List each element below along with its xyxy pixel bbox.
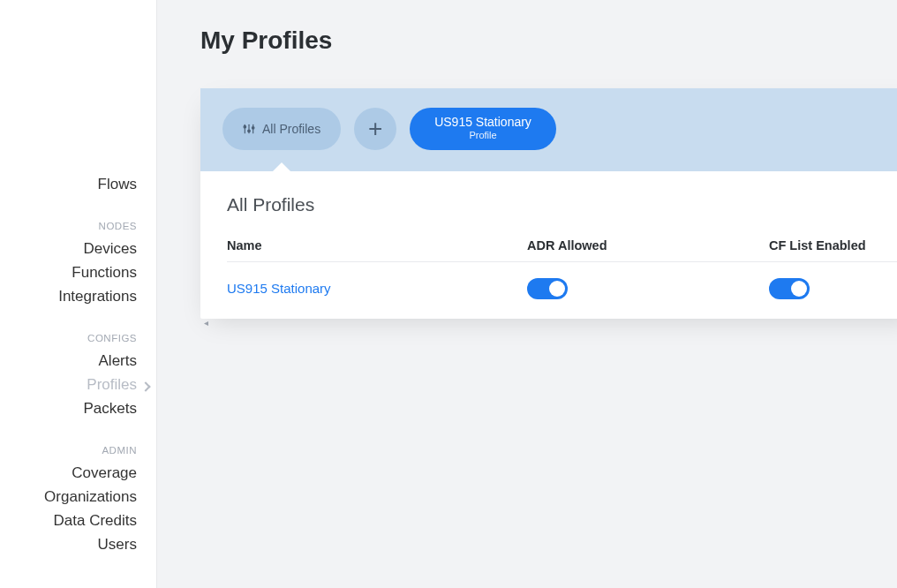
- col-header-name: Name: [227, 238, 527, 253]
- svg-point-3: [244, 125, 246, 128]
- sidebar-heading-nodes: NODES: [0, 221, 156, 237]
- table-row: US915 Stationary: [227, 262, 897, 319]
- toggle-cf[interactable]: [769, 278, 810, 299]
- plus-icon: +: [368, 117, 382, 141]
- sidebar-item-flows[interactable]: Flows: [0, 172, 156, 196]
- sidebar-item-data-credits[interactable]: Data Credits: [0, 509, 156, 532]
- tab-profile-us915[interactable]: US915 Stationary Profile: [410, 108, 556, 150]
- sidebar-item-packets[interactable]: Packets: [0, 396, 156, 420]
- sidebar-item-organizations[interactable]: Organizations: [0, 485, 156, 509]
- page-title: My Profiles: [200, 26, 897, 55]
- col-header-adr: ADR Allowed: [527, 238, 769, 253]
- sidebar-heading-configs: CONFIGS: [0, 333, 156, 349]
- add-profile-button[interactable]: +: [354, 108, 396, 150]
- profiles-card: All Profiles + US915 Stationary Profile …: [200, 88, 897, 319]
- sidebar-group-nodes: NODES Devices Functions Integrations: [0, 221, 156, 308]
- col-header-cf: CF List Enabled: [769, 238, 897, 253]
- sliders-icon: [243, 123, 255, 135]
- toggle-adr[interactable]: [527, 278, 568, 299]
- svg-point-5: [252, 127, 254, 130]
- tab-profile-subtitle: Profile: [469, 130, 496, 141]
- sidebar-item-integrations[interactable]: Integrations: [0, 284, 156, 308]
- tab-profile-title: US915 Stationary: [434, 115, 531, 130]
- sidebar-group-configs: CONFIGS Alerts Profiles Packets: [0, 333, 156, 420]
- tabs-bar: All Profiles + US915 Stationary Profile: [200, 88, 897, 171]
- sidebar-group-top: Flows: [0, 172, 156, 196]
- sidebar-heading-admin: ADMIN: [0, 445, 156, 461]
- sidebar-item-profiles[interactable]: Profiles: [0, 373, 156, 396]
- svg-point-4: [248, 130, 251, 132]
- profiles-table-header: Name ADR Allowed CF List Enabled: [227, 238, 897, 262]
- sidebar-group-admin: ADMIN Coverage Organizations Data Credit…: [0, 445, 156, 556]
- sidebar-item-alerts[interactable]: Alerts: [0, 349, 156, 373]
- tab-all-profiles[interactable]: All Profiles: [222, 108, 341, 150]
- sidebar-item-devices[interactable]: Devices: [0, 237, 156, 260]
- tab-all-profiles-label: All Profiles: [262, 122, 320, 136]
- sidebar-item-users[interactable]: Users: [0, 532, 156, 556]
- sidebar-item-coverage[interactable]: Coverage: [0, 461, 156, 485]
- sidebar-item-functions[interactable]: Functions: [0, 260, 156, 284]
- main-content: My Profiles All Profiles: [157, 0, 897, 588]
- sidebar: Flows NODES Devices Functions Integratio…: [0, 0, 157, 588]
- profiles-card-body: All Profiles Name ADR Allowed CF List En…: [200, 171, 897, 319]
- scroll-left-icon[interactable]: ◂: [204, 318, 208, 328]
- profile-link-us915[interactable]: US915 Stationary: [227, 281, 331, 296]
- app-root: Flows NODES Devices Functions Integratio…: [0, 0, 897, 588]
- section-title-all-profiles: All Profiles: [227, 194, 897, 215]
